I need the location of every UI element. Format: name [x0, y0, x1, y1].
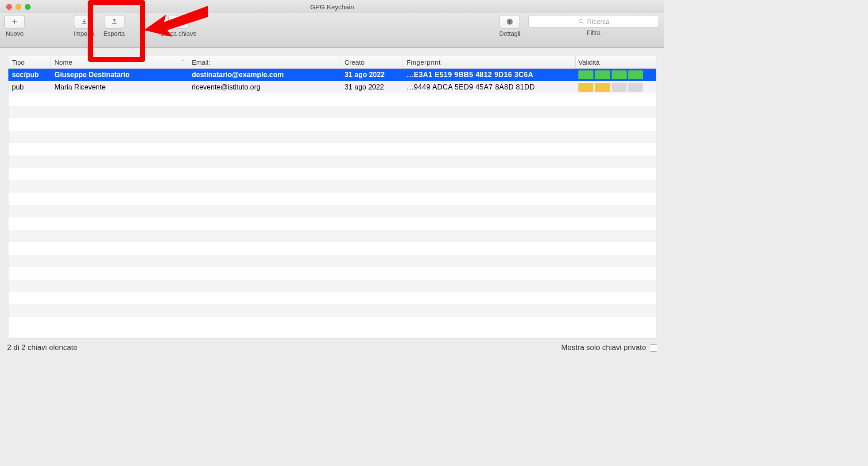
content-area: Tipo Nome Email: Creato Fingerprint Vali…	[0, 48, 664, 339]
lookup-item: Cerca chiave	[160, 15, 197, 37]
search-input[interactable]: Ricerca	[528, 15, 659, 27]
table-row-empty	[8, 230, 656, 242]
info-icon: i	[506, 18, 514, 26]
cell-fingerprint: …9449 ADCA 5ED9 45A7 8A8D 81DD	[403, 83, 576, 91]
col-tipo[interactable]: Tipo	[8, 56, 51, 68]
table-row[interactable]: sec/pubGiuseppe Destinatariodestinatario…	[8, 69, 656, 81]
app-window: GPG Keychain Nuovo Importa Esporta	[0, 0, 664, 357]
validity-segment	[612, 83, 627, 92]
validity-segment	[578, 83, 593, 92]
import-label: Importa	[74, 30, 94, 37]
cell-validita	[576, 70, 647, 79]
details-button[interactable]: i	[500, 15, 520, 28]
cell-tipo: pub	[8, 83, 51, 91]
status-bar: 2 di 2 chiavi elencate Mostra solo chiav…	[0, 339, 664, 357]
col-email[interactable]: Email:	[188, 56, 341, 68]
table-body: sec/pubGiuseppe Destinatariodestinatario…	[8, 69, 656, 338]
import-button[interactable]	[74, 15, 94, 28]
search-icon	[174, 18, 182, 26]
search-placeholder: Ricerca	[587, 18, 610, 25]
new-key-label: Nuovo	[6, 30, 23, 37]
zoom-window-button[interactable]	[25, 4, 31, 10]
new-key-button[interactable]	[4, 15, 25, 28]
table-row-empty	[8, 118, 656, 131]
table-row-empty	[8, 255, 656, 267]
col-creato[interactable]: Creato	[341, 56, 403, 68]
table-row-empty	[8, 217, 656, 230]
toolbar: Nuovo Importa Esporta Cerca chiave	[0, 13, 664, 48]
private-only-label: Mostra solo chiavi private	[561, 343, 646, 352]
plus-icon	[11, 18, 19, 26]
details-label: Dettagli	[500, 30, 520, 37]
table-row-empty	[8, 280, 656, 292]
table-row-empty	[8, 242, 656, 255]
col-nome[interactable]: Nome	[51, 56, 188, 68]
table-row-empty	[8, 143, 656, 155]
search-icon	[578, 18, 585, 25]
table-row-empty	[8, 155, 656, 168]
import-item: Importa	[74, 15, 94, 37]
cell-email: destinatario@example.com	[188, 71, 341, 79]
export-item: Esporta	[103, 15, 124, 37]
table-row-empty	[8, 106, 656, 118]
window-controls	[0, 4, 31, 10]
details-item: i Dettagli	[500, 15, 520, 37]
window-title: GPG Keychain	[0, 3, 664, 11]
titlebar: GPG Keychain	[0, 0, 664, 13]
table-row[interactable]: pubMaria Riceventericevente@istituto.org…	[8, 81, 656, 93]
table-row-empty	[8, 131, 656, 143]
filter-label: Filtra	[587, 29, 601, 36]
keys-table: Tipo Nome Email: Creato Fingerprint Vali…	[8, 56, 656, 339]
validity-segment	[628, 83, 643, 92]
cell-creato: 31 ago 2022	[341, 71, 403, 79]
cell-tipo: sec/pub	[8, 71, 51, 79]
validity-segment	[595, 70, 610, 79]
table-row-empty	[8, 168, 656, 180]
filter-item: Ricerca Filtra	[528, 15, 659, 36]
lookup-button[interactable]	[168, 15, 189, 28]
table-row-empty	[8, 93, 656, 106]
table-header: Tipo Nome Email: Creato Fingerprint Vali…	[8, 56, 656, 69]
cell-nome: Maria Ricevente	[51, 83, 188, 91]
key-count-label: 2 di 2 chiavi elencate	[7, 343, 78, 352]
table-row-empty	[8, 205, 656, 217]
lookup-label: Cerca chiave	[160, 30, 197, 37]
cell-fingerprint: …E3A1 E519 9BB5 4812 9D16 3C6A	[403, 71, 576, 79]
close-window-button[interactable]	[6, 4, 12, 10]
export-label: Esporta	[103, 30, 124, 37]
table-row-empty	[8, 292, 656, 304]
table-row-empty	[8, 267, 656, 280]
cell-nome: Giuseppe Destinatario	[51, 71, 188, 79]
col-validita[interactable]: Validità	[576, 56, 647, 68]
new-key-item: Nuovo	[4, 15, 25, 37]
minimize-window-button[interactable]	[16, 4, 21, 10]
validity-segment	[628, 70, 643, 79]
private-only-checkbox[interactable]	[650, 344, 657, 352]
cell-validita	[576, 83, 647, 92]
table-row-empty	[8, 193, 656, 205]
svg-point-3	[579, 19, 582, 23]
cell-creato: 31 ago 2022	[341, 83, 403, 91]
svg-point-0	[176, 19, 180, 23]
cell-email: ricevente@istituto.org	[188, 83, 341, 91]
table-row-empty	[8, 180, 656, 193]
table-row-empty	[8, 304, 656, 317]
svg-text:i: i	[509, 19, 511, 24]
export-icon	[110, 18, 118, 26]
validity-segment	[612, 70, 627, 79]
validity-segment	[595, 83, 610, 92]
export-button[interactable]	[104, 15, 124, 28]
validity-segment	[578, 70, 593, 79]
col-fingerprint[interactable]: Fingerprint	[403, 56, 576, 68]
import-icon	[80, 18, 88, 26]
